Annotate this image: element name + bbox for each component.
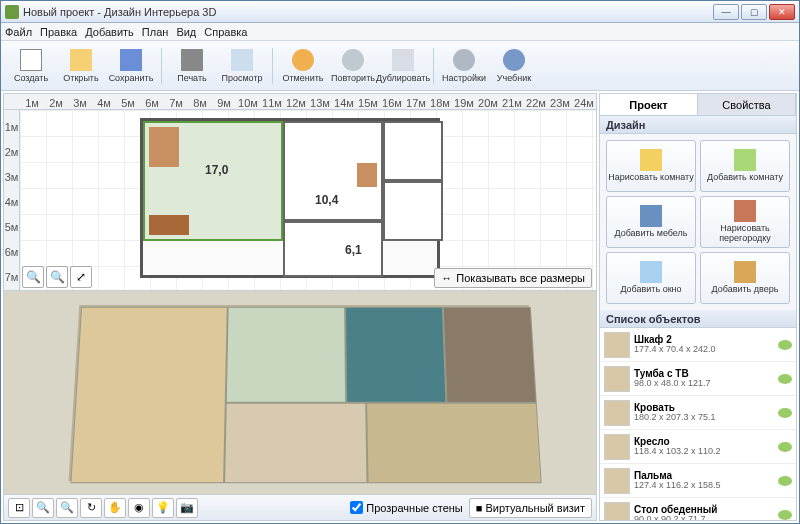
settings-button[interactable]: Настройки — [440, 44, 488, 88]
room3d-6 — [366, 403, 541, 483]
print-button[interactable]: Печать — [168, 44, 216, 88]
view3d-camera[interactable]: ◉ — [128, 498, 150, 518]
view3d-zoomout[interactable]: 🔍 — [32, 498, 54, 518]
object-row[interactable]: Стол обеденный90.0 x 90.2 x 71.7 — [600, 498, 796, 520]
view3d-zoomfit[interactable]: ⊡ — [8, 498, 30, 518]
object-row[interactable]: Тумба с ТВ98.0 x 48.0 x 121.7 — [600, 362, 796, 396]
visibility-icon[interactable] — [778, 510, 792, 520]
add-room-button[interactable]: Добавить комнату — [700, 140, 790, 192]
object-row[interactable]: Пальма127.4 x 116.2 x 158.5 — [600, 464, 796, 498]
undo-button[interactable]: Отменить — [279, 44, 327, 88]
room-1-area: 17,0 — [205, 163, 228, 177]
ruler-v-tick: 6м — [4, 240, 19, 265]
camera-icon: ■ — [476, 502, 483, 514]
virtual-visit-button[interactable]: ■ Виртуальный визит — [469, 498, 592, 518]
menu-plan[interactable]: План — [142, 26, 169, 38]
minimize-button[interactable]: — — [713, 4, 739, 20]
object-row[interactable]: Кровать180.2 x 207.3 x 75.1 — [600, 396, 796, 430]
menu-edit[interactable]: Правка — [40, 26, 77, 38]
visibility-icon[interactable] — [778, 408, 792, 418]
window-title: Новый проект - Дизайн Интерьера 3D — [23, 6, 713, 18]
draw-wall-button[interactable]: Нарисовать перегородку — [700, 196, 790, 248]
furniture-sofa[interactable] — [149, 215, 189, 235]
room-3[interactable] — [383, 121, 443, 181]
object-row[interactable]: Кресло118.4 x 103.2 x 110.2 — [600, 430, 796, 464]
menu-add[interactable]: Добавить — [85, 26, 134, 38]
view3d-zoomin[interactable]: 🔍 — [56, 498, 78, 518]
menubar: Файл Правка Добавить План Вид Справка — [1, 23, 799, 41]
object-thumb — [604, 332, 630, 358]
object-list[interactable]: Шкаф 2177.4 x 70.4 x 242.0Тумба с ТВ98.0… — [600, 328, 796, 520]
save-button[interactable]: Сохранить — [107, 44, 155, 88]
zoom-fit-2d[interactable]: ⤢ — [70, 266, 92, 288]
view3d-rotate[interactable]: ↻ — [80, 498, 102, 518]
maximize-button[interactable]: ▢ — [741, 4, 767, 20]
redo-button[interactable]: Повторить — [329, 44, 377, 88]
add-door-button[interactable]: Добавить дверь — [700, 252, 790, 304]
room-5[interactable]: 6,1 — [283, 221, 383, 277]
object-thumb — [604, 434, 630, 460]
transparent-walls-input[interactable] — [350, 501, 363, 514]
ruler-h-tick: 24м — [572, 97, 596, 109]
furniture-table[interactable] — [357, 163, 377, 187]
room-2[interactable]: 10,4 — [283, 121, 383, 221]
room-1[interactable]: 17,0 — [143, 121, 283, 241]
room3d-3 — [345, 307, 446, 403]
ruler-h-tick: 6м — [140, 97, 164, 109]
visibility-icon[interactable] — [778, 442, 792, 452]
view3d-light[interactable]: 💡 — [152, 498, 174, 518]
tab-project[interactable]: Проект — [600, 94, 698, 115]
menu-help[interactable]: Справка — [204, 26, 247, 38]
add-door-icon — [734, 261, 756, 283]
menu-file[interactable]: Файл — [5, 26, 32, 38]
ruler-h-tick: 12м — [284, 97, 308, 109]
view-3d[interactable]: ⊡ 🔍 🔍 ↻ ✋ ◉ 💡 📷 Прозрачные стены ■ Вирту… — [4, 290, 596, 520]
add-furniture-button[interactable]: Добавить мебель — [606, 196, 696, 248]
ruler-h-tick: 21м — [500, 97, 524, 109]
zoom-out-2d[interactable]: 🔍 — [22, 266, 44, 288]
visibility-icon[interactable] — [778, 476, 792, 486]
ruler-horizontal: 1м2м3м4м5м6м7м8м9м10м11м12м13м14м15м16м1… — [4, 94, 596, 110]
add-window-button[interactable]: Добавить окно — [606, 252, 696, 304]
transparent-walls-checkbox[interactable]: Прозрачные стены — [350, 501, 462, 514]
app-icon — [5, 5, 19, 19]
add-furniture-icon — [640, 205, 662, 227]
visibility-icon[interactable] — [778, 340, 792, 350]
object-thumb — [604, 400, 630, 426]
ruler-h-tick: 11м — [260, 97, 284, 109]
object-dims: 98.0 x 48.0 x 121.7 — [634, 379, 774, 389]
menu-view[interactable]: Вид — [176, 26, 196, 38]
view3d-pan[interactable]: ✋ — [104, 498, 126, 518]
room-4[interactable] — [383, 181, 443, 241]
view3d-snapshot[interactable]: 📷 — [176, 498, 198, 518]
tutorial-button[interactable]: Учебник — [490, 44, 538, 88]
duplicate-button[interactable]: Дублировать — [379, 44, 427, 88]
draw-wall-icon — [734, 200, 756, 222]
preview-button[interactable]: Просмотр — [218, 44, 266, 88]
object-thumb — [604, 468, 630, 494]
ruler-h-tick: 23м — [548, 97, 572, 109]
print-icon — [181, 49, 203, 71]
tab-properties[interactable]: Свойства — [698, 94, 796, 115]
draw-room-button[interactable]: Нарисовать комнату — [606, 140, 696, 192]
close-button[interactable]: ✕ — [769, 4, 795, 20]
furniture-wardrobe[interactable] — [149, 127, 179, 167]
new-button[interactable]: Создать — [7, 44, 55, 88]
ruler-h-tick: 17м — [404, 97, 428, 109]
view3d-toolbar: ⊡ 🔍 🔍 ↻ ✋ ◉ 💡 📷 Прозрачные стены ■ Вирту… — [4, 494, 596, 520]
visibility-icon[interactable] — [778, 374, 792, 384]
ruler-v-tick: 2м — [4, 139, 19, 164]
ruler-h-tick: 3м — [68, 97, 92, 109]
undo-icon — [292, 49, 314, 71]
ruler-h-tick: 1м — [20, 97, 44, 109]
show-dimensions-button[interactable]: ↔ Показывать все размеры — [434, 268, 592, 288]
zoom-in-2d[interactable]: 🔍 — [46, 266, 68, 288]
object-dims: 118.4 x 103.2 x 110.2 — [634, 447, 774, 457]
settings-icon — [453, 49, 475, 71]
ruler-h-tick: 20м — [476, 97, 500, 109]
titlebar: Новый проект - Дизайн Интерьера 3D — ▢ ✕ — [1, 1, 799, 23]
object-row[interactable]: Шкаф 2177.4 x 70.4 x 242.0 — [600, 328, 796, 362]
object-thumb — [604, 366, 630, 392]
open-button[interactable]: Открыть — [57, 44, 105, 88]
floorplan-2d[interactable]: 17,0 10,4 6,1 🔍 🔍 — [20, 110, 596, 290]
